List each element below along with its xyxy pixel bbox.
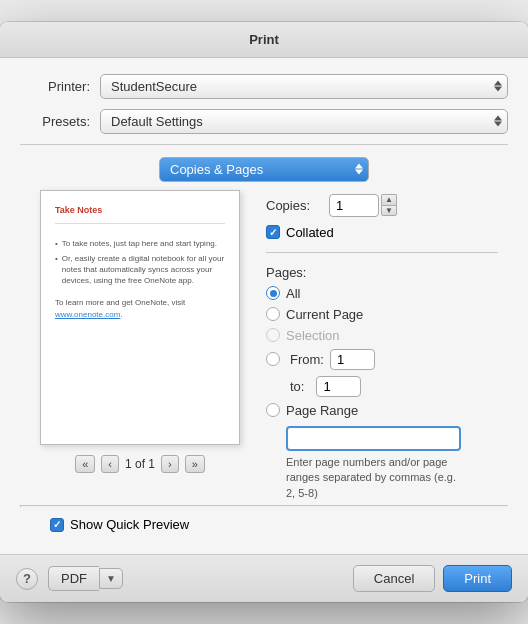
copies-label: Copies:	[266, 198, 321, 213]
to-row: to:	[266, 376, 498, 397]
page-range-radio-label: Page Range	[286, 403, 358, 418]
copies-stepper: ▲ ▼	[381, 194, 397, 216]
pdf-button[interactable]: PDF	[48, 566, 99, 591]
current-page-radio-button[interactable]	[266, 307, 280, 321]
page-indicator: 1 of 1	[125, 457, 155, 471]
from-label: From:	[290, 352, 324, 367]
preview-page-title: Take Notes	[55, 205, 225, 215]
all-radio-label: All	[286, 286, 300, 301]
preview-subtitle	[55, 223, 225, 230]
help-button[interactable]: ?	[16, 568, 38, 590]
printer-label: Printer:	[20, 79, 90, 94]
page-range-input[interactable]	[286, 426, 461, 451]
bullet2-text: Or, easily create a digital notebook for…	[62, 253, 225, 287]
selection-radio-label: Selection	[286, 328, 339, 343]
pdf-dropdown-button[interactable]: ▼	[99, 568, 123, 589]
from-input[interactable]	[330, 349, 375, 370]
copies-row: Copies: ▲ ▼	[266, 194, 498, 217]
collated-label: Collated	[286, 225, 334, 240]
page-preview: Take Notes • To take notes, just tap her…	[40, 190, 240, 445]
to-label: to:	[290, 379, 304, 394]
from-radio-button[interactable]	[266, 352, 280, 366]
pages-section-label: Pages:	[266, 265, 498, 280]
footer-link: www.onenote.com	[55, 310, 120, 319]
current-page-radio-row: Current Page	[266, 307, 498, 322]
section-divider	[266, 252, 498, 253]
copies-pages-row: Copies & Pages	[20, 153, 508, 190]
from-to-row: From:	[266, 349, 498, 370]
printer-select[interactable]: StudentSecure	[100, 74, 508, 99]
page-range-radio-row: Page Range	[266, 403, 498, 418]
show-quick-preview-checkbox[interactable]	[50, 518, 64, 532]
preview-footer: To learn more and get OneNote, visit www…	[55, 297, 225, 321]
printer-row: Printer: StudentSecure	[20, 74, 508, 99]
print-button[interactable]: Print	[443, 565, 512, 592]
show-preview-divider	[20, 505, 508, 507]
nav-next-button[interactable]: ›	[161, 455, 179, 473]
footer-period: .	[120, 310, 122, 319]
page-range-radio-button[interactable]	[266, 403, 280, 417]
nav-prev-button[interactable]: ‹	[101, 455, 119, 473]
dialog-title: Print	[249, 32, 279, 47]
to-input[interactable]	[316, 376, 361, 397]
copies-pages-wrapper: Copies & Pages	[159, 157, 369, 182]
settings-area: Copies: ▲ ▼ Collated Pages:	[266, 190, 498, 501]
preview-nav: « ‹ 1 of 1 › »	[75, 455, 205, 473]
show-quick-preview-row: Show Quick Preview	[20, 511, 508, 538]
nav-last-button[interactable]: »	[185, 455, 205, 473]
bullet1-dot: •	[55, 238, 58, 249]
nav-first-button[interactable]: «	[75, 455, 95, 473]
collated-row: Collated	[266, 225, 498, 240]
presets-row: Presets: Default Settings	[20, 109, 508, 134]
presets-label: Presets:	[20, 114, 90, 129]
collated-checkbox[interactable]	[266, 225, 280, 239]
copies-pages-select[interactable]: Copies & Pages	[159, 157, 369, 182]
pdf-group: PDF ▼	[48, 566, 123, 591]
copies-input[interactable]	[329, 194, 379, 217]
show-quick-preview-label: Show Quick Preview	[70, 517, 189, 532]
top-divider	[20, 144, 508, 145]
print-dialog: Print Printer: StudentSecure Presets: De…	[0, 22, 528, 602]
title-bar: Print	[0, 22, 528, 58]
cancel-button[interactable]: Cancel	[353, 565, 435, 592]
presets-select-wrapper: Default Settings	[100, 109, 508, 134]
copies-decrement-button[interactable]: ▼	[381, 205, 397, 216]
selection-radio-button[interactable]	[266, 328, 280, 342]
printer-select-wrapper: StudentSecure	[100, 74, 508, 99]
bottom-bar: ? PDF ▼ Cancel Print	[0, 554, 528, 602]
bullet1-text: To take notes, just tap here and start t…	[62, 238, 217, 249]
bullet2-dot: •	[55, 253, 58, 287]
main-body: Take Notes • To take notes, just tap her…	[20, 190, 508, 501]
all-radio-button[interactable]	[266, 286, 280, 300]
preview-bullet2: • Or, easily create a digital notebook f…	[55, 253, 225, 287]
range-hint: Enter page numbers and/or page ranges se…	[286, 455, 461, 501]
preview-bullet1: • To take notes, just tap here and start…	[55, 238, 225, 249]
selection-radio-row: Selection	[266, 328, 498, 343]
copies-increment-button[interactable]: ▲	[381, 194, 397, 205]
current-page-radio-label: Current Page	[286, 307, 363, 322]
footer-text: To learn more and get OneNote, visit	[55, 298, 185, 307]
all-radio-row: All	[266, 286, 498, 301]
preview-area: Take Notes • To take notes, just tap her…	[30, 190, 250, 501]
presets-select[interactable]: Default Settings	[100, 109, 508, 134]
